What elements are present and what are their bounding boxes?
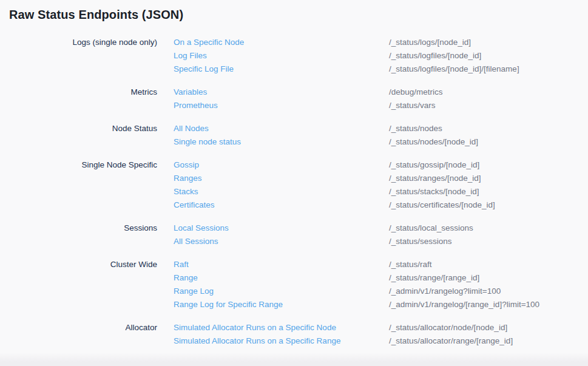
endpoint-path: /_status/sessions: [389, 235, 579, 248]
endpoint-path: /_status/gossip/[node_id]: [389, 158, 579, 172]
endpoint-row: On a Specific Node /_status/logs/[node_i…: [174, 36, 579, 49]
endpoint-link[interactable]: Raft: [174, 258, 389, 271]
group-metrics: Metrics Variables /debug/metrics Prometh…: [9, 86, 579, 112]
endpoint-link[interactable]: Gossip: [174, 158, 389, 172]
endpoint-row: Simulated Allocator Runs on a Specific N…: [174, 321, 579, 334]
category-metrics: Metrics: [9, 86, 157, 112]
endpoint-link[interactable]: Prometheus: [174, 99, 389, 112]
endpoint-path: /_status/vars: [389, 99, 579, 112]
endpoint-link[interactable]: All Sessions: [174, 235, 389, 248]
endpoint-link[interactable]: Range Log: [174, 285, 389, 298]
endpoint-row: All Sessions /_status/sessions: [174, 235, 579, 248]
endpoint-row: All Nodes /_status/nodes: [174, 122, 579, 135]
group-node-status: Node Status All Nodes /_status/nodes Sin…: [9, 122, 579, 149]
endpoint-row: Range /_status/range/[range_id]: [174, 271, 579, 285]
endpoint-row: Specific Log File /_status/logfiles/[nod…: [174, 63, 579, 76]
endpoint-path: /_status/stacks/[node_id]: [389, 185, 579, 198]
endpoint-link[interactable]: Ranges: [174, 172, 389, 185]
endpoint-row: Ranges /_status/ranges/[node_id]: [174, 172, 579, 185]
endpoint-row: Single node status /_status/nodes/[node_…: [174, 135, 579, 149]
endpoint-path: /_status/raft: [389, 258, 579, 271]
endpoint-path: /_status/certificates/[node_id]: [389, 198, 579, 212]
entries-metrics: Variables /debug/metrics Prometheus /_st…: [174, 86, 579, 112]
category-allocator: Allocator: [9, 321, 157, 348]
category-sessions: Sessions: [9, 222, 157, 248]
endpoint-link[interactable]: Simulated Allocator Runs on a Specific N…: [174, 321, 389, 334]
entries-logs: On a Specific Node /_status/logs/[node_i…: [174, 36, 579, 76]
category-cluster-wide: Cluster Wide: [9, 258, 157, 311]
entries-allocator: Simulated Allocator Runs on a Specific N…: [174, 321, 579, 348]
endpoint-row: Range Log for Specific Range /_admin/v1/…: [174, 298, 579, 311]
endpoint-row: Local Sessions /_status/local_sessions: [174, 222, 579, 235]
entries-cluster-wide: Raft /_status/raft Range /_status/range/…: [174, 258, 579, 311]
endpoint-path: /_status/logfiles/[node_id]/[filename]: [389, 63, 579, 76]
endpoint-link[interactable]: Local Sessions: [174, 222, 389, 235]
endpoint-link[interactable]: Stacks: [174, 185, 389, 198]
endpoint-path: /_status/allocator/range/[range_id]: [389, 334, 579, 348]
endpoint-path: /_status/range/[range_id]: [389, 271, 579, 285]
endpoint-link[interactable]: All Nodes: [174, 122, 389, 135]
endpoint-link[interactable]: Specific Log File: [174, 63, 389, 76]
footer-divider: [0, 353, 588, 366]
endpoint-link[interactable]: Range: [174, 271, 389, 285]
group-single-node-specific: Single Node Specific Gossip /_status/gos…: [9, 158, 579, 212]
endpoint-row: Range Log /_admin/v1/rangelog?limit=100: [174, 285, 579, 298]
endpoint-link[interactable]: Single node status: [174, 135, 389, 149]
endpoint-path: /_status/ranges/[node_id]: [389, 172, 579, 185]
category-node-status: Node Status: [9, 122, 157, 149]
endpoint-path: /_admin/v1/rangelog?limit=100: [389, 285, 579, 298]
endpoint-path: /debug/metrics: [389, 86, 579, 99]
endpoint-path: /_status/allocator/node/[node_id]: [389, 321, 579, 334]
endpoint-row: Raft /_status/raft: [174, 258, 579, 271]
endpoint-link[interactable]: Simulated Allocator Runs on a Specific R…: [174, 334, 389, 348]
endpoint-path: /_status/local_sessions: [389, 222, 579, 235]
entries-node-status: All Nodes /_status/nodes Single node sta…: [174, 122, 579, 149]
category-logs: Logs (single node only): [9, 36, 157, 76]
group-sessions: Sessions Local Sessions /_status/local_s…: [9, 222, 579, 248]
endpoint-row: Simulated Allocator Runs on a Specific R…: [174, 334, 579, 348]
endpoint-link[interactable]: Log Files: [174, 49, 389, 63]
raw-status-endpoints-page: Raw Status Endpoints (JSON) Logs (single…: [0, 0, 588, 348]
group-allocator: Allocator Simulated Allocator Runs on a …: [9, 321, 579, 348]
group-cluster-wide: Cluster Wide Raft /_status/raft Range /_…: [9, 258, 579, 311]
endpoint-link[interactable]: Certificates: [174, 198, 389, 212]
endpoint-row: Log Files /_status/logfiles/[node_id]: [174, 49, 579, 63]
endpoint-path: /_status/logfiles/[node_id]: [389, 49, 579, 63]
endpoint-link[interactable]: Variables: [174, 86, 389, 99]
endpoint-path: /_status/nodes: [389, 122, 579, 135]
page-title: Raw Status Endpoints (JSON): [9, 8, 579, 21]
endpoint-row: Certificates /_status/certificates/[node…: [174, 198, 579, 212]
endpoint-path: /_status/logs/[node_id]: [389, 36, 579, 49]
endpoint-link[interactable]: On a Specific Node: [174, 36, 389, 49]
entries-sessions: Local Sessions /_status/local_sessions A…: [174, 222, 579, 248]
entries-single-node-specific: Gossip /_status/gossip/[node_id] Ranges …: [174, 158, 579, 212]
endpoint-row: Variables /debug/metrics: [174, 86, 579, 99]
group-logs: Logs (single node only) On a Specific No…: [9, 36, 579, 76]
category-single-node-specific: Single Node Specific: [9, 158, 157, 212]
endpoint-row: Prometheus /_status/vars: [174, 99, 579, 112]
endpoint-link[interactable]: Range Log for Specific Range: [174, 298, 389, 311]
endpoint-path: /_status/nodes/[node_id]: [389, 135, 579, 149]
endpoint-row: Stacks /_status/stacks/[node_id]: [174, 185, 579, 198]
endpoint-path: /_admin/v1/rangelog/[range_id]?limit=100: [389, 298, 579, 311]
endpoint-row: Gossip /_status/gossip/[node_id]: [174, 158, 579, 172]
